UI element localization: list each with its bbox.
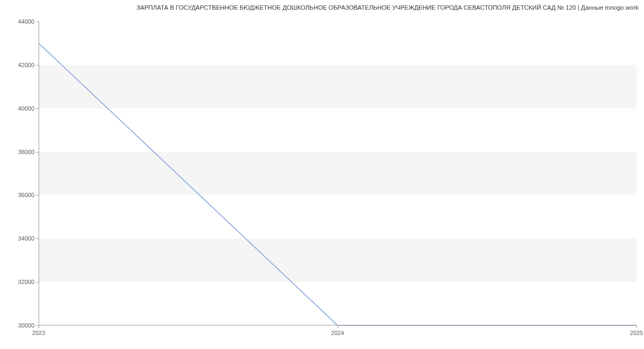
data-series-line [39,43,636,325]
y-tick-label: 34000 [18,235,39,242]
y-tick-label: 38000 [18,149,39,155]
y-tick-label: 30000 [18,322,39,329]
y-tick-label: 32000 [18,279,39,285]
x-tick-mark [636,325,637,328]
x-tick-label: 2023 [32,330,45,336]
x-tick-label: 2024 [331,330,344,336]
x-tick-mark [338,325,338,328]
y-tick-label: 36000 [18,192,39,198]
y-axis-line [39,21,39,325]
x-tick-mark [39,325,39,328]
x-tick-label: 2025 [630,330,643,336]
chart-container: ЗАРПЛАТА В ГОСУДАРСТВЕННОЕ БЮДЖЕТНОЕ ДОШ… [0,0,644,349]
line-layer [39,21,636,325]
y-tick-label: 42000 [18,62,39,68]
chart-title: ЗАРПЛАТА В ГОСУДАРСТВЕННОЕ БЮДЖЕТНОЕ ДОШ… [136,4,639,11]
y-tick-label: 40000 [18,105,39,112]
y-tick-label: 44000 [18,18,39,25]
plot-area: 3000032000340003600038000400004200044000… [39,21,636,325]
